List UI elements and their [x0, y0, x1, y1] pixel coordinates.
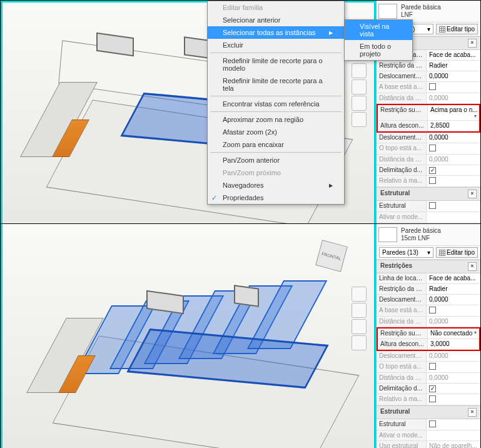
- property-value[interactable]: Não de aparelh...: [427, 441, 480, 448]
- property-row: Deslocamento...0,0000: [377, 295, 480, 305]
- property-value[interactable]: [427, 82, 480, 93]
- property-value[interactable]: 0,0000: [427, 317, 480, 327]
- property-value[interactable]: ✓: [427, 165, 480, 175]
- menu-item[interactable]: ✓Propriedades: [208, 191, 344, 204]
- checkbox[interactable]: [429, 420, 436, 427]
- property-value[interactable]: 0,0000: [427, 295, 480, 305]
- property-value[interactable]: Radier: [427, 284, 480, 294]
- property-value[interactable]: 2,8500: [428, 121, 479, 131]
- context-menu: Editar famíliaSelecionar anteriorSelecio…: [207, 1, 345, 205]
- property-row: Uso estruturalNão de aparelh...: [377, 223, 480, 223]
- expand-icon[interactable]: ×: [468, 262, 477, 271]
- expand-icon[interactable]: ×: [468, 408, 477, 417]
- property-row: O topo está a...: [377, 362, 480, 373]
- panel-top: Editar famíliaSelecionar anteriorSelecio…: [1, 1, 480, 224]
- type-swatch[interactable]: [378, 227, 397, 242]
- menu-item[interactable]: Afastar zoom (2x): [208, 126, 344, 138]
- nav-tools: [352, 287, 367, 350]
- property-row: Ativar o mode...: [377, 212, 480, 223]
- property-value[interactable]: 0,0000: [427, 93, 480, 103]
- type-name: Parede básica: [401, 4, 441, 11]
- checkbox[interactable]: [429, 395, 436, 402]
- property-row: Distância da e...0,0000: [377, 155, 480, 165]
- property-value[interactable]: Face de acaba...: [427, 273, 480, 283]
- section-header[interactable]: Estrutural×: [377, 187, 480, 201]
- property-value[interactable]: Não conectado: [428, 328, 479, 339]
- element-selector[interactable]: Paredes (13)▾: [379, 247, 433, 258]
- property-row: Ativar o mode...: [377, 430, 480, 441]
- grid-icon: [439, 250, 445, 256]
- orbit-tool-icon[interactable]: [352, 335, 367, 350]
- property-row: Delimitação d...✓: [377, 165, 480, 176]
- menu-item[interactable]: Selecionar todas as instâncias▶: [208, 26, 344, 39]
- type-subname: LNF: [401, 11, 441, 19]
- property-row: Altura descon...3,0000: [378, 339, 479, 350]
- property-row: Distância da e...0,0000: [377, 93, 480, 104]
- property-value[interactable]: 0,0000: [427, 71, 480, 81]
- menu-item[interactable]: Zoom para encaixar: [208, 138, 344, 151]
- property-value[interactable]: [427, 394, 480, 405]
- checkbox[interactable]: [429, 307, 436, 313]
- menu-item[interactable]: Selecionar anterior: [208, 14, 344, 26]
- property-row: Relativo à ma...: [377, 394, 480, 405]
- property-row: Estrutural: [377, 419, 480, 430]
- steering-wheel-icon[interactable]: [352, 63, 367, 78]
- type-swatch[interactable]: [378, 4, 397, 19]
- menu-item[interactable]: Pan/Zoom anterior: [208, 154, 344, 166]
- property-value[interactable]: ✓: [427, 384, 480, 394]
- panel-bottom: FRONTAL Parede básica 15cm LNF Paredes (…: [1, 224, 480, 448]
- property-value[interactable]: [427, 201, 480, 211]
- property-row: Restrição da b...Radier: [377, 61, 480, 71]
- checkbox[interactable]: [429, 83, 436, 90]
- menu-item[interactable]: Aproximar zoom na região: [208, 113, 344, 126]
- edit-type-button[interactable]: Editar tipo: [436, 247, 478, 258]
- menu-item[interactable]: Navegadores▶: [208, 179, 344, 191]
- edit-type-button[interactable]: Editar tipo: [436, 24, 478, 34]
- checkbox[interactable]: [429, 177, 436, 184]
- checkbox[interactable]: ✓: [429, 385, 436, 392]
- checkbox[interactable]: [429, 145, 436, 151]
- section-header[interactable]: Restrições×: [377, 260, 480, 273]
- menu-item[interactable]: Excluir: [208, 39, 344, 51]
- checkbox[interactable]: ✓: [429, 167, 436, 174]
- expand-icon[interactable]: ×: [468, 39, 477, 48]
- menu-item[interactable]: Redefinir limite de recorte para a tela: [208, 74, 344, 94]
- property-value[interactable]: [427, 362, 480, 372]
- context-submenu: Visível na vistaEm todo o projeto: [344, 19, 413, 61]
- checkbox[interactable]: [429, 363, 436, 370]
- menu-item[interactable]: Encontrar vistas com referência: [208, 98, 344, 110]
- checkbox[interactable]: [429, 202, 436, 209]
- orbit-tool-icon[interactable]: [352, 112, 367, 127]
- property-value[interactable]: [427, 143, 480, 154]
- pan-tool-icon[interactable]: [352, 303, 367, 318]
- submenu-item[interactable]: Visível na vista: [345, 20, 412, 40]
- property-value[interactable]: 0,0000: [427, 133, 480, 143]
- pan-tool-icon[interactable]: [352, 79, 367, 94]
- property-value[interactable]: [427, 419, 480, 430]
- menu-item[interactable]: Redefinir limite de recorte para o model…: [208, 54, 344, 74]
- property-row: Estrutural: [377, 201, 480, 212]
- viewport-3d-bottom[interactable]: FRONTAL: [1, 224, 376, 448]
- property-value[interactable]: [427, 176, 480, 186]
- viewcube[interactable]: FRONTAL: [315, 240, 347, 272]
- property-value[interactable]: Acima para o n...: [428, 105, 479, 120]
- property-value[interactable]: Não de aparelh...: [427, 223, 480, 223]
- property-row: Deslocamento...0,0000: [377, 351, 480, 362]
- zoom-tool-icon[interactable]: [352, 319, 367, 334]
- property-value[interactable]: 0,0000: [427, 155, 480, 165]
- property-value[interactable]: 0,0000: [427, 373, 480, 383]
- steering-wheel-icon[interactable]: [352, 287, 367, 302]
- property-value[interactable]: Radier: [427, 61, 480, 71]
- property-value[interactable]: Face de acaba...: [427, 50, 480, 60]
- property-value[interactable]: [427, 212, 480, 222]
- property-value[interactable]: 3,0000: [428, 339, 479, 349]
- property-value[interactable]: 0,0000: [427, 351, 480, 361]
- property-row: Relativo à ma...: [377, 176, 480, 187]
- submenu-item[interactable]: Em todo o projeto: [345, 40, 412, 60]
- expand-icon[interactable]: ×: [468, 190, 477, 198]
- section-header[interactable]: Estrutural×: [377, 405, 480, 419]
- property-value[interactable]: [427, 430, 480, 440]
- zoom-tool-icon[interactable]: [352, 96, 367, 111]
- property-value[interactable]: [427, 305, 480, 316]
- nav-tools: [352, 63, 367, 127]
